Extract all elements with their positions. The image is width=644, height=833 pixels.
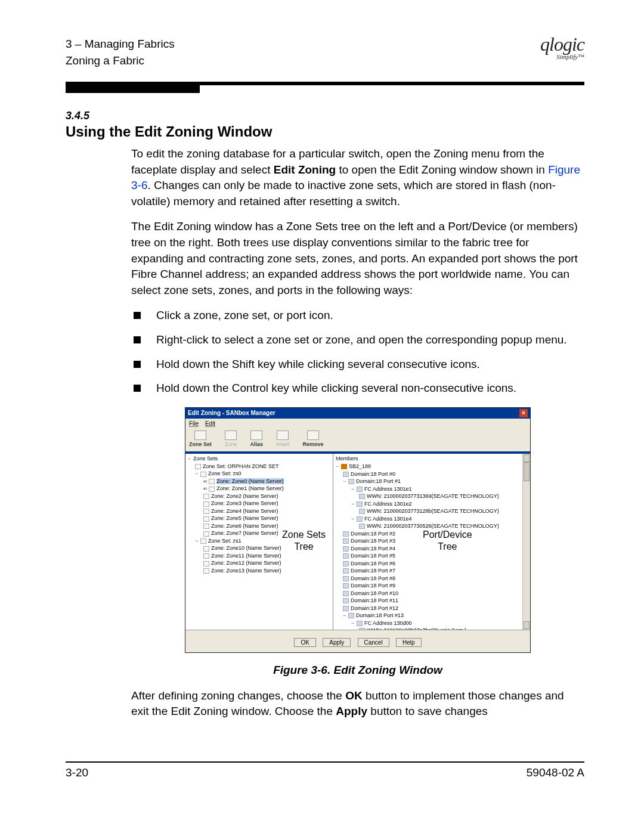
member-tree-item[interactable]: −SB2_188	[335, 463, 530, 470]
zone-tree-item[interactable]: −Zone Set: zs0	[187, 470, 332, 478]
toolbar: Zone SetZoneAliasInsertRemove	[185, 429, 530, 453]
apply-button[interactable]: Apply	[323, 638, 351, 647]
member-tree-item[interactable]: −Domain:18 Port #1	[335, 478, 530, 485]
toolbar-remove[interactable]: Remove	[303, 431, 324, 448]
callout-zone-sets-tree: Zone SetsTree	[282, 529, 326, 552]
section-number: 3.4.5	[66, 110, 584, 122]
bullet-item: Right-click to select a zone set or zone…	[131, 332, 584, 348]
bullet-list: Click a zone, zone set, or port icon.Rig…	[131, 308, 584, 396]
member-tree-item[interactable]: Domain:18 Port #10	[335, 590, 530, 597]
body-text: To edit the zoning database for a partic…	[131, 146, 584, 720]
member-tree-item[interactable]: −FC Address 130d00	[335, 620, 530, 627]
zone-tree-item[interactable]: ⇐ Zone: Zone1 (Name Server)	[187, 485, 332, 493]
member-tree-item[interactable]: Domain:18 Port #5	[335, 552, 530, 560]
member-tree-item[interactable]: Domain:18 Port #11	[335, 597, 530, 605]
member-tree-item[interactable]: Domain:18 Port #8	[335, 575, 530, 583]
dialog-buttons: OK Apply Cancel Help	[185, 630, 530, 652]
zone-set-icon	[194, 431, 206, 440]
figure-caption: Figure 3-6. Edit Zoning Window	[185, 662, 531, 679]
zone-tree-item[interactable]: Zone: Zone13 (Name Server)	[187, 567, 332, 575]
document-id: 59048-02 A	[527, 766, 584, 779]
member-tree-item[interactable]: Domain:18 Port #6	[335, 560, 530, 568]
member-tree-item[interactable]: Domain:18 Port #7	[335, 567, 530, 575]
scroll-down-icon[interactable]	[524, 621, 530, 629]
zone-tree-item[interactable]: Zone Set: ORPHAN ZONE SET	[187, 463, 332, 470]
member-tree-item[interactable]: −FC Address 1301e1	[335, 485, 530, 493]
zone-tree-item[interactable]: Zone: Zone2 (Name Server)	[187, 493, 332, 500]
menu-bar: File Edit	[185, 419, 530, 429]
member-tree-item[interactable]: Domain:18 Port #9	[335, 582, 530, 590]
cancel-button[interactable]: Cancel	[358, 638, 389, 647]
page-footer: 3-20 59048-02 A	[66, 761, 584, 779]
scroll-thumb[interactable]	[524, 462, 530, 481]
member-tree-item[interactable]: WWN: 2100002037731369(SEAGATE TECHNOLOGY…	[335, 493, 530, 500]
member-tree-item[interactable]: Domain:18 Port #12	[335, 605, 530, 612]
scroll-up-icon[interactable]	[524, 454, 530, 462]
port-device-tree[interactable]: Members −SB2_188Domain:18 Port #0−Domain…	[333, 454, 530, 630]
brand-logo: qlogic Simplify™	[540, 36, 584, 60]
section-crumb: Zoning a Fabric	[66, 52, 175, 69]
page-header: 3 – Managing Fabrics Zoning a Fabric qlo…	[66, 36, 584, 69]
bullet-item: Hold down the Shift key while clicking s…	[131, 357, 584, 373]
member-tree-item[interactable]: −FC Address 1301e4	[335, 515, 530, 523]
member-tree-item[interactable]: −FC Address 1301e2	[335, 500, 530, 508]
header-rule	[66, 82, 584, 85]
zone-tree-item[interactable]: Zone: Zone12 (Name Server)	[187, 559, 332, 567]
bullet-item: Hold down the Control key while clicking…	[131, 380, 584, 397]
zone-tree-item[interactable]: ⇐ Zone: Zone0 (Name Server)	[187, 478, 332, 485]
section-title: Using the Edit Zoning Window	[66, 123, 584, 140]
edit-zoning-window: Edit Zoning - SANbox Manager × File Edit…	[185, 407, 531, 653]
toolbar-alias[interactable]: Alias	[250, 431, 264, 448]
zone-tree-item[interactable]: Zone: Zone5 (Name Server)	[187, 515, 332, 522]
member-tree-item[interactable]: −Domain:18 Port #13	[335, 612, 530, 620]
toolbar-zone-set[interactable]: Zone Set	[189, 431, 212, 448]
zone-tree-item[interactable]: Zone: Zone3 (Name Server)	[187, 500, 332, 507]
help-button[interactable]: Help	[396, 638, 422, 647]
close-icon[interactable]: ×	[519, 409, 528, 417]
toolbar-zone: Zone	[225, 431, 237, 448]
callout-port-device-tree: Port/DeviceTree	[423, 529, 472, 552]
insert-icon	[277, 431, 289, 440]
menu-file[interactable]: File	[189, 420, 199, 427]
zone-tree-item[interactable]: Zone: Zone11 (Name Server)	[187, 552, 332, 560]
member-tree-item[interactable]: Domain:18 Port #0	[335, 470, 530, 478]
chapter-crumb: 3 – Managing Fabrics	[66, 36, 175, 52]
window-titlebar: Edit Zoning - SANbox Manager ×	[185, 408, 530, 419]
member-tree-item[interactable]: WWN: 210100e08b27a7bc(QLogic Corp.)	[335, 627, 530, 630]
window-title: Edit Zoning - SANbox Manager	[188, 409, 275, 417]
zone-icon	[225, 431, 237, 440]
zone-sets-tree[interactable]: −Zone Sets Zone Set: ORPHAN ZONE SET−Zon…	[185, 454, 333, 630]
alias-icon	[250, 431, 262, 440]
bullet-item: Click a zone, zone set, or port icon.	[131, 308, 584, 324]
menu-edit[interactable]: Edit	[205, 420, 215, 427]
ok-button[interactable]: OK	[294, 638, 315, 647]
page-number: 3-20	[66, 766, 88, 779]
member-tree-item[interactable]: WWN: 210000203773128b(SEAGATE TECHNOLOGY…	[335, 507, 530, 515]
zone-tree-item[interactable]: Zone: Zone4 (Name Server)	[187, 507, 332, 515]
scrollbar[interactable]	[522, 454, 530, 630]
remove-icon	[307, 431, 319, 440]
toolbar-insert: Insert	[276, 431, 290, 448]
